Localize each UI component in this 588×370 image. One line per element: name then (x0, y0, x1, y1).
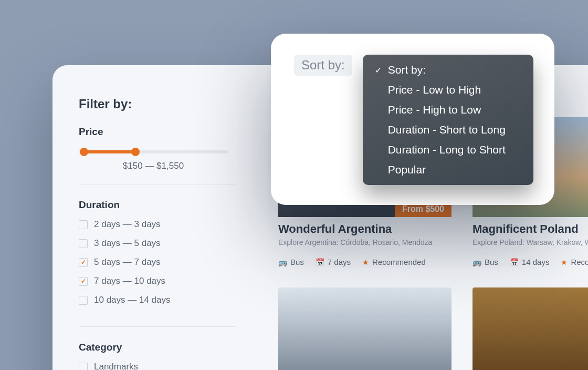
tour-row-2 (278, 287, 588, 370)
sort-option[interactable]: Popular (363, 160, 533, 180)
checkbox-icon[interactable] (79, 239, 88, 248)
tour-card[interactable] (278, 287, 452, 370)
duration-option[interactable]: 5 days — 7 days (79, 257, 236, 268)
sort-option-label: Price - Low to High (388, 84, 481, 96)
filters-title: Filter by: (79, 97, 236, 111)
sort-prompt: Sort by: (294, 55, 352, 76)
filter-category-label: Category (79, 342, 236, 353)
category-option-label: Landmarks (94, 362, 138, 370)
check-icon (374, 65, 383, 75)
duration-option[interactable]: 2 days — 3 days (79, 219, 236, 230)
tour-meta: 🚌Bus📅7 days★Recommended (278, 258, 452, 266)
star-icon: ★ (362, 258, 369, 266)
tour-subtitle: Explore Argentina: Córdoba, Rosario, Men… (278, 238, 452, 252)
filter-category: Category Landmarks (79, 342, 236, 370)
sort-option[interactable]: Price - High to Low (363, 100, 533, 120)
star-icon: ★ (561, 258, 568, 266)
checkbox-icon[interactable] (79, 296, 88, 305)
transport-label: Bus (485, 258, 498, 266)
category-options: Landmarks (79, 362, 236, 370)
duration-option[interactable]: 10 days — 14 days (79, 295, 236, 305)
sort-option[interactable]: Price - Low to High (363, 80, 533, 100)
duration-option-label: 3 days — 5 days (94, 238, 161, 249)
transport-label: Bus (290, 258, 304, 266)
checkbox-checked-icon[interactable] (79, 277, 88, 286)
tour-card[interactable] (472, 287, 588, 370)
tour-subtitle: Explore Poland: Warsaw, Krakow, Wroclaw (472, 238, 588, 252)
duration-options: 2 days — 3 days3 days — 5 days5 days — 7… (79, 219, 236, 305)
tour-title: Magnificent Poland (472, 222, 588, 236)
bus-icon: 🚌 (472, 258, 481, 266)
tour-title: Wonderful Argentina (278, 222, 452, 236)
duration-option-label: 7 days — 10 days (94, 276, 165, 286)
sort-option-label: Sort by: (388, 64, 426, 76)
sort-option-label: Popular (388, 163, 426, 176)
filter-price: Price $150 — $1,550 (79, 126, 236, 184)
tour-image (278, 287, 452, 370)
price-range-text: $150 — $1,550 (79, 161, 228, 171)
filter-price-label: Price (79, 126, 236, 138)
duration-option-label: 2 days — 3 days (94, 219, 161, 230)
calendar-icon: 📅 (316, 258, 324, 266)
bus-icon: 🚌 (278, 258, 287, 266)
sort-option-label: Duration - Long to Short (388, 143, 506, 156)
filters-sidebar: Filter by: Price $150 — $1,550 Duration … (79, 97, 236, 370)
duration-meta: 📅14 days (510, 258, 550, 266)
checkbox-icon[interactable] (79, 363, 88, 371)
duration-label: 7 days (328, 258, 351, 266)
badge-meta: ★Recommended (561, 258, 588, 266)
filter-duration: Duration 2 days — 3 days3 days — 5 days5… (79, 199, 236, 327)
badge-label: Recommended (571, 258, 588, 266)
calendar-icon: 📅 (510, 258, 519, 266)
sort-menu[interactable]: Sort by:Price - Low to HighPrice - High … (363, 55, 533, 185)
badge-label: Recommended (372, 258, 426, 266)
price-slider[interactable] (79, 150, 228, 153)
checkbox-checked-icon[interactable] (79, 258, 88, 267)
checkbox-icon[interactable] (79, 220, 88, 229)
sort-option[interactable]: Sort by: (363, 60, 533, 80)
tour-meta: 🚌Bus📅14 days★Recommended (472, 258, 588, 266)
sort-option-label: Duration - Short to Long (388, 124, 506, 136)
sort-option-label: Price - High to Low (388, 104, 481, 116)
sort-popover: Sort by: Sort by:Price - Low to HighPric… (271, 34, 554, 205)
duration-option-label: 5 days — 7 days (94, 257, 161, 268)
category-option[interactable]: Landmarks (79, 362, 236, 370)
transport-meta: 🚌Bus (472, 258, 498, 266)
duration-meta: 📅7 days (316, 258, 351, 266)
tour-image (472, 287, 588, 370)
duration-option-label: 10 days — 14 days (94, 295, 171, 305)
price-slider-max-thumb[interactable] (131, 148, 140, 156)
badge-meta: ★Recommended (362, 258, 426, 266)
filter-duration-label: Duration (79, 199, 236, 211)
duration-option[interactable]: 7 days — 10 days (79, 276, 236, 286)
duration-option[interactable]: 3 days — 5 days (79, 238, 236, 249)
price-slider-min-thumb[interactable] (80, 148, 88, 156)
transport-meta: 🚌Bus (278, 258, 304, 266)
duration-label: 14 days (522, 258, 550, 266)
sort-option[interactable]: Duration - Short to Long (363, 120, 533, 140)
sort-option[interactable]: Duration - Long to Short (363, 140, 533, 160)
